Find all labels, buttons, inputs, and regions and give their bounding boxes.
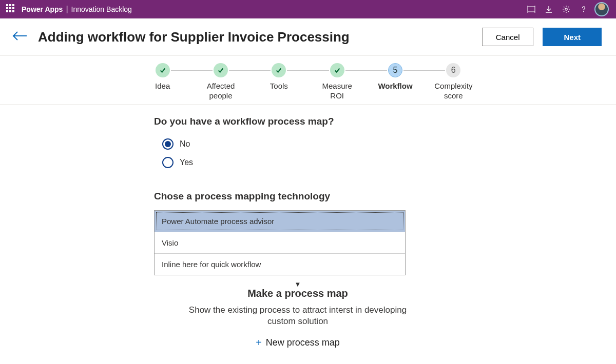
radio-yes-label: Yes xyxy=(180,158,193,167)
question-1-heading: Do you have a workflow process map? xyxy=(154,116,441,127)
page-title: Adding workflow for Supplier Invoice Pro… xyxy=(38,29,473,45)
radio-circle-icon xyxy=(162,138,174,150)
section-description: Show the existing process to attract int… xyxy=(154,305,441,328)
step-1[interactable]: Idea xyxy=(133,63,191,91)
step-3[interactable]: Tools xyxy=(250,63,308,91)
step-label: Complexityscore xyxy=(434,82,472,101)
appbar-appname: Innovation Backlog xyxy=(71,5,132,13)
radio-no[interactable]: No xyxy=(162,136,441,152)
svg-point-6 xyxy=(583,11,584,12)
step-label: Tools xyxy=(270,82,288,91)
back-arrow-icon[interactable] xyxy=(11,30,29,44)
technology-option[interactable]: Inline here for quick workflow xyxy=(155,253,405,275)
step-6[interactable]: 6Complexityscore xyxy=(425,63,483,101)
technology-listbox[interactable]: Power Automate process advisorVisioInlin… xyxy=(154,210,406,275)
plus-icon: + xyxy=(256,337,262,349)
step-number: 5 xyxy=(388,63,402,77)
waffle-icon[interactable] xyxy=(6,4,16,14)
object-icon[interactable] xyxy=(523,0,540,18)
stepper: IdeaAffectedpeopleToolsMeasureROI5Workfl… xyxy=(0,56,616,105)
step-5[interactable]: 5Workflow xyxy=(366,63,424,91)
new-process-map-label: New process map xyxy=(266,337,340,348)
section-title: Make a process map xyxy=(154,288,441,299)
page-header: Adding workflow for Supplier Invoice Pro… xyxy=(0,18,616,56)
technology-option[interactable]: Visio xyxy=(155,232,405,253)
step-number: 6 xyxy=(446,63,460,77)
appbar: Power Apps | Innovation Backlog xyxy=(0,0,616,18)
radio-no-label: No xyxy=(180,139,190,149)
main-content: Do you have a workflow process map? No Y… xyxy=(0,105,616,349)
technology-option[interactable]: Power Automate process advisor xyxy=(155,211,405,232)
check-icon xyxy=(156,63,170,77)
svg-rect-0 xyxy=(528,7,535,12)
avatar[interactable] xyxy=(594,2,609,16)
caret-down-icon: ▼ xyxy=(154,282,441,287)
check-icon xyxy=(214,63,228,77)
download-icon[interactable] xyxy=(540,0,557,18)
step-label: Workflow xyxy=(378,82,412,91)
check-icon xyxy=(272,63,286,77)
cancel-button[interactable]: Cancel xyxy=(482,28,534,46)
radio-circle-icon xyxy=(162,157,174,168)
step-label: MeasureROI xyxy=(322,82,352,101)
appbar-separator: | xyxy=(63,5,71,14)
svg-point-5 xyxy=(565,8,567,10)
step-label: Idea xyxy=(155,82,170,91)
question-2-heading: Chose a process mapping technology xyxy=(154,191,441,202)
gear-icon[interactable] xyxy=(557,0,575,18)
step-label: Affectedpeople xyxy=(207,82,235,101)
next-button[interactable]: Next xyxy=(543,28,602,46)
check-icon xyxy=(330,63,344,77)
appbar-product: Power Apps xyxy=(22,5,63,13)
new-process-map-link[interactable]: + New process map xyxy=(256,337,340,349)
radio-yes[interactable]: Yes xyxy=(162,155,441,170)
step-4[interactable]: MeasureROI xyxy=(308,63,366,101)
step-2[interactable]: Affectedpeople xyxy=(191,63,249,101)
help-icon[interactable] xyxy=(575,0,592,18)
